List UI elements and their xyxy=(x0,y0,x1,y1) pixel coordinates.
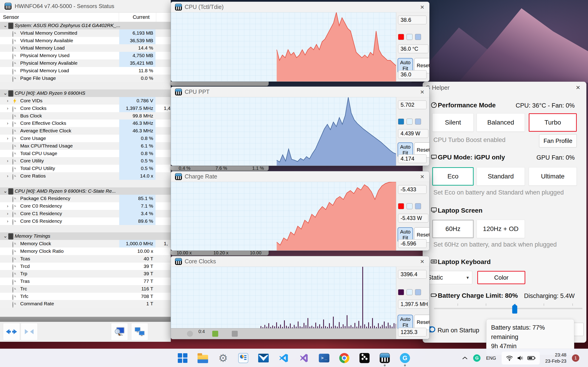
sensor-row[interactable]: ›Core Utility0.5 % xyxy=(0,157,171,165)
hwinfo64-icon[interactable] xyxy=(377,351,392,365)
graph-titlebar[interactable]: CPU (Tctl/Tdie) × xyxy=(171,2,429,12)
visual-studio-icon[interactable] xyxy=(296,351,311,365)
sensor-row[interactable]: Total CPU Usage0.8 % xyxy=(0,150,171,157)
sensor-row[interactable]: Virtual Memory Committed6,193 MB xyxy=(0,29,171,37)
background-color-swatch[interactable] xyxy=(406,203,413,209)
turbo-mode-button[interactable]: Turbo xyxy=(529,113,577,132)
keyboard-backlight-dropdown[interactable]: Static ▾ xyxy=(424,271,472,284)
series-color-swatch[interactable] xyxy=(398,119,404,125)
sensor-row[interactable]: Total CPU Utility0.5 % xyxy=(0,165,171,172)
background-color-swatch[interactable] xyxy=(406,289,413,295)
sensor-row[interactable]: Average Effective Clock46.3 MHz xyxy=(0,127,171,135)
task-manager-icon[interactable] xyxy=(236,351,251,365)
chevron-right-icon[interactable]: › xyxy=(7,210,12,217)
notification-badge[interactable]: 1 xyxy=(572,354,579,362)
language-indicator[interactable]: ENG xyxy=(486,356,496,361)
chevron-right-icon[interactable]: › xyxy=(7,172,12,180)
chevron-down-icon[interactable]: ⌄ xyxy=(3,22,8,29)
file-explorer-icon[interactable] xyxy=(195,351,210,365)
grid-color-swatch[interactable] xyxy=(415,203,421,209)
sensor-row[interactable]: Trcd39 T xyxy=(0,263,171,270)
sensor-row[interactable]: Tcas40 T xyxy=(0,255,171,263)
chevron-right-icon[interactable]: › xyxy=(7,97,12,105)
chrome-icon[interactable] xyxy=(337,351,352,365)
sensor-row[interactable]: Physical Memory Available35,421 MB xyxy=(0,59,171,67)
start-icon[interactable] xyxy=(175,351,190,365)
sensor-row[interactable]: Virtual Memory Load14.4 % xyxy=(0,44,171,52)
vscode-icon[interactable] xyxy=(276,351,291,365)
chevron-right-icon[interactable]: › xyxy=(7,119,12,127)
sensor-row[interactable]: Trp39 T xyxy=(0,270,171,277)
reset-button[interactable]: Reset xyxy=(414,315,430,330)
graph-titlebar[interactable]: Core Clocks × xyxy=(171,256,429,267)
background-color-swatch[interactable] xyxy=(406,34,413,40)
grid-color-swatch[interactable] xyxy=(415,289,421,295)
sensor-group-header[interactable]: ⌄System: ASUS ROG Zephyrus G14 GA402RK_.… xyxy=(0,22,171,29)
sensor-row[interactable]: Physical Memory Load11.8 % xyxy=(0,67,171,75)
sensor-row[interactable]: ›Core Ratios14.0 x xyxy=(0,172,171,180)
sensor-row[interactable]: ›Core C6 Residency89.6 % xyxy=(0,217,171,225)
powershell-icon[interactable] xyxy=(317,351,331,365)
column-current[interactable]: Current xyxy=(119,14,149,20)
sensor-group-header[interactable]: ⌄CPU [#0]: AMD Ryzen 9 6900HS xyxy=(0,90,171,97)
sensor-row[interactable]: ›Core VIDs0.786 V xyxy=(0,97,171,105)
clock[interactable]: 23:48 23-Feb-23 xyxy=(545,352,566,364)
sensor-row[interactable]: Bus Clock99.8 MHz xyxy=(0,112,171,120)
close-icon[interactable]: × xyxy=(419,88,425,96)
sensor-group-header[interactable]: ⌄Memory Timings xyxy=(0,232,171,240)
chevron-right-icon[interactable]: › xyxy=(7,157,12,165)
sensor-row[interactable]: Command Rate1 T xyxy=(0,300,171,308)
close-icon[interactable]: × xyxy=(576,83,580,92)
sensor-group-header[interactable]: ⌄CPU [#0]: AMD Ryzen 9 6900HS: C-State R… xyxy=(0,187,171,195)
mail-icon[interactable] xyxy=(256,351,271,365)
settings-icon[interactable]: ⚙ xyxy=(216,351,230,365)
collapse-columns-button[interactable] xyxy=(21,323,38,340)
grid-color-swatch[interactable] xyxy=(415,119,421,125)
chevron-down-icon[interactable]: ⌄ xyxy=(3,90,8,97)
graph-titlebar[interactable]: CPU PPT × xyxy=(171,87,429,97)
sensor-row[interactable]: Max CPU/Thread Usage6.1 % xyxy=(0,142,171,150)
column-sensor[interactable]: Sensor xyxy=(3,14,19,20)
remote-monitors-button[interactable] xyxy=(131,323,148,340)
sensor-row[interactable]: ›Core C1 Residency3.4 % xyxy=(0,210,171,217)
sensor-row[interactable]: ›Core Clocks1,397.5 MHz1,4 xyxy=(0,105,171,112)
sensor-row[interactable]: ›Core Effective Clocks46.3 MHz xyxy=(0,119,171,127)
120hz-od-button[interactable]: 120Hz + OD xyxy=(477,220,525,238)
chevron-right-icon[interactable]: › xyxy=(7,135,12,142)
60hz-button[interactable]: 60Hz xyxy=(432,220,474,238)
sensor-row[interactable]: Package C6 Residency85.1 % xyxy=(0,195,171,202)
sensor-row[interactable]: Tras77 T xyxy=(0,277,171,285)
system-tray-pill[interactable] xyxy=(502,352,540,365)
sensor-row[interactable]: Memory Clock Ratio10.00 x xyxy=(0,248,171,255)
series-color-swatch[interactable] xyxy=(398,289,404,295)
battery-limit-slider-thumb[interactable] xyxy=(512,304,517,314)
keyboard-color-button[interactable]: Color xyxy=(477,271,525,284)
chevron-right-icon[interactable]: › xyxy=(7,217,12,225)
chevron-right-icon[interactable]: › xyxy=(7,202,12,210)
chevron-down-icon[interactable]: ⌄ xyxy=(3,187,8,195)
background-window-strip[interactable]: 0.4 %7.6 %1.1 % xyxy=(171,166,269,171)
grid-color-swatch[interactable] xyxy=(415,34,421,40)
auto-fit-button[interactable]: Auto Fit xyxy=(398,315,413,330)
fan-profile-button[interactable]: Fan Profile xyxy=(539,134,577,148)
close-icon[interactable]: × xyxy=(419,258,425,265)
background-color-swatch[interactable] xyxy=(406,119,413,125)
series-color-swatch[interactable] xyxy=(398,203,404,209)
tidal-icon[interactable] xyxy=(357,351,372,365)
graph-titlebar[interactable]: Charge Rate × xyxy=(171,171,429,182)
sensor-row[interactable]: Physical Memory Used4,750 MB xyxy=(0,52,171,59)
eco-gpu-button[interactable]: Eco xyxy=(432,167,474,186)
expand-columns-button[interactable] xyxy=(3,323,20,340)
sensor-row[interactable]: ›Core Usage0.8 % xyxy=(0,135,171,142)
close-icon[interactable]: × xyxy=(419,173,425,181)
hwinfo-titlebar[interactable]: HWiNFO64 v7.40-5000 - Sensors Status xyxy=(0,0,171,12)
sensor-row[interactable]: Memory Clock1,000.0 MHz1, xyxy=(0,240,171,248)
tray-chevron-up-icon[interactable] xyxy=(462,357,468,360)
sensor-row[interactable]: Trfc708 T xyxy=(0,293,171,300)
grammarly-tray-icon[interactable]: G xyxy=(473,354,481,362)
silent-mode-button[interactable]: Silent xyxy=(432,113,474,132)
battery-limit-slider-track[interactable] xyxy=(434,308,582,309)
background-window-strip[interactable]: 10.00 x10.20 x10.00 xyxy=(171,250,269,256)
chevron-right-icon[interactable]: › xyxy=(7,105,12,112)
chevron-down-icon[interactable]: ⌄ xyxy=(3,232,8,240)
